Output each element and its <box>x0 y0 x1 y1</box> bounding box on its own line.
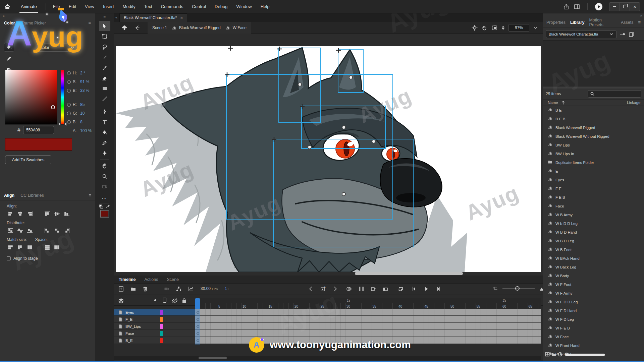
timeline-layer-row[interactable]: Eyes <box>114 309 543 316</box>
share-icon[interactable] <box>563 4 569 10</box>
pin-library-icon[interactable] <box>620 31 626 37</box>
stage-horizontal-scrollbar[interactable] <box>355 272 463 275</box>
library-item[interactable]: W BAck Hand <box>543 254 644 263</box>
align-to-stage-row[interactable]: Align to stage <box>7 256 95 261</box>
library-item[interactable]: B E <box>543 106 644 115</box>
hand-tool[interactable] <box>99 161 110 171</box>
red-field[interactable]: R:85 <box>67 102 92 107</box>
minimize-button[interactable] <box>609 3 620 11</box>
workspace-icon[interactable] <box>574 4 580 10</box>
library-scrollbar-thumb[interactable] <box>565 354 605 356</box>
menu-item[interactable]: Modify <box>118 0 140 13</box>
scene-clip-icon[interactable] <box>121 25 127 31</box>
panel-menu-icon[interactable]: ≡ <box>638 20 641 25</box>
column-name[interactable]: Name <box>543 100 624 105</box>
library-item[interactable]: B E B <box>543 115 644 123</box>
layer-frames-track[interactable] <box>195 309 541 316</box>
item-properties-icon[interactable] <box>558 352 562 357</box>
fluid-brush-tool[interactable] <box>99 52 110 62</box>
library-item[interactable]: W Front Hand <box>543 341 644 350</box>
menu-item[interactable]: Edit <box>64 0 80 13</box>
library-item[interactable]: W F D D Leg <box>543 298 644 306</box>
layer-name-cell[interactable]: Face <box>114 330 195 337</box>
timeline-layer-row[interactable]: Face <box>114 330 543 337</box>
menu-item[interactable]: Commands <box>157 0 187 13</box>
line-tool[interactable] <box>99 94 110 104</box>
layer-color-swatch[interactable] <box>160 331 163 336</box>
tools-panel-menu-icon[interactable]: ≡ <box>103 13 106 21</box>
zoom-tool[interactable] <box>99 171 110 181</box>
asset-warp-tool[interactable] <box>99 148 110 158</box>
align-horizontal-center-button[interactable] <box>16 210 24 217</box>
collapse-dock-icon[interactable]: « <box>115 15 117 19</box>
default-colors-icon[interactable] <box>99 204 104 209</box>
auto-keyframe-icon[interactable]: A <box>320 286 326 292</box>
library-item[interactable]: W B D Hand <box>543 228 644 237</box>
new-symbol-icon[interactable] <box>545 352 550 357</box>
tab-align[interactable]: Align <box>4 193 14 198</box>
library-item[interactable]: W Body <box>543 272 644 280</box>
tool-fill-color-swatch[interactable] <box>101 210 109 217</box>
restore-button[interactable] <box>620 3 630 11</box>
timeline-layer-row[interactable]: F_E <box>114 316 543 323</box>
fill-color-button[interactable] <box>4 43 14 52</box>
timeline-scrollbar-thumb[interactable] <box>199 357 227 359</box>
menu-item[interactable]: File <box>49 0 64 13</box>
library-item[interactable]: E <box>543 167 644 176</box>
breadcrumb-scene[interactable]: Scene 1 <box>152 25 167 30</box>
menu-animate[interactable]: Animate <box>15 0 43 13</box>
distribute-left-button[interactable] <box>44 227 51 234</box>
outline-column-icon[interactable] <box>163 298 166 303</box>
library-item[interactable]: Duplicate Items Folder <box>543 158 644 167</box>
tab-timeline[interactable]: Timeline <box>119 277 136 282</box>
brightness-field[interactable]: B:33 % <box>67 88 92 93</box>
step-back-icon[interactable] <box>411 286 417 292</box>
library-item[interactable]: W B Army <box>543 210 644 219</box>
timeline-layer-row[interactable]: B_E <box>114 337 543 344</box>
blue-field[interactable]: B:8 <box>67 119 92 125</box>
layer-color-swatch[interactable] <box>160 324 163 329</box>
layer-depth-icon[interactable] <box>188 286 194 292</box>
library-item[interactable]: Black Warewolf Rigged <box>543 123 644 132</box>
saturation-brightness-picker[interactable] <box>5 70 57 125</box>
hue-field[interactable]: H:2 ° <box>67 70 92 76</box>
frame-rate[interactable]: 30.00 FPS <box>201 286 218 291</box>
timeline-ruler[interactable]: 1s2s 5101520253035404550556065 <box>195 298 541 309</box>
library-item[interactable]: W B Foot <box>543 245 644 254</box>
tab-color[interactable]: Color <box>4 21 15 25</box>
layer-parenting-icon[interactable] <box>176 286 182 292</box>
play-icon[interactable] <box>423 286 429 292</box>
eraser-tool[interactable] <box>99 73 110 83</box>
zoom-dropdown-chevron-icon[interactable] <box>533 25 538 30</box>
tab-motion-presets[interactable]: Motion Presets <box>589 18 616 27</box>
breadcrumb-symbol[interactable]: Black Warewolf Rigged <box>172 25 221 30</box>
library-document-select[interactable]: Black Werewolf Character.fla <box>546 30 617 38</box>
menu-item[interactable]: Window <box>232 0 256 13</box>
home-button[interactable] <box>0 4 15 10</box>
saturation-field[interactable]: S:91 % <box>67 79 92 84</box>
menu-item[interactable]: Insert <box>99 0 118 13</box>
hex-input[interactable] <box>23 126 54 134</box>
more-tools-button[interactable]: … <box>99 192 110 202</box>
layer-frames-track[interactable] <box>195 316 541 323</box>
radio-icon[interactable] <box>67 112 71 115</box>
menu-item[interactable]: View <box>80 0 99 13</box>
library-item[interactable]: Face <box>543 202 644 210</box>
distribute-right-button[interactable] <box>63 227 70 234</box>
menu-item[interactable]: Text <box>140 0 157 13</box>
current-frame-value[interactable]: 1 <box>225 286 227 291</box>
swap-arrow-icon[interactable] <box>106 204 110 209</box>
free-transform-tool[interactable] <box>99 31 110 42</box>
new-folder-icon[interactable] <box>551 352 556 357</box>
collapse-right-dock-icon[interactable]: » <box>640 14 642 17</box>
library-item[interactable]: W F D Hand <box>543 306 644 315</box>
add-to-swatches-button[interactable]: Add To Swatches <box>5 156 51 164</box>
space-horizontal-button[interactable] <box>53 244 61 251</box>
onion-skin-icon[interactable] <box>346 286 352 292</box>
hue-slider[interactable] <box>61 70 64 125</box>
alpha-field[interactable]: A:100 % <box>67 128 92 133</box>
green-field[interactable]: G:10 <box>67 111 92 116</box>
radio-icon[interactable] <box>67 71 71 75</box>
selection-tool[interactable] <box>99 21 110 31</box>
distribute-bottom-button[interactable] <box>26 227 34 234</box>
